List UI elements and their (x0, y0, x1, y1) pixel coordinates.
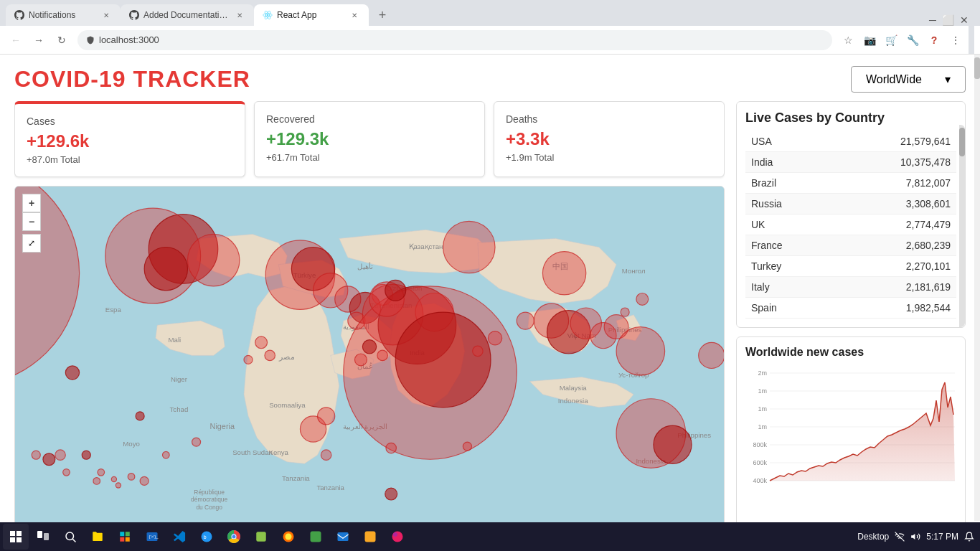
deaths-total: +1.9m Total (506, 152, 712, 163)
svg-rect-138 (365, 532, 376, 542)
deaths-label: Deaths (506, 113, 712, 125)
svg-text:Tanzania: Tanzania (282, 474, 310, 482)
address-bar[interactable]: localhost:3000 (77, 30, 832, 50)
reload-button[interactable]: ↻ (52, 30, 72, 50)
worldwide-dropdown[interactable]: WorldWide ▾ (851, 66, 966, 93)
minimize-button[interactable]: ─ (929, 14, 936, 26)
svg-point-71 (116, 483, 121, 488)
start-button[interactable] (3, 524, 29, 550)
notification-icon[interactable] (964, 532, 974, 542)
menu-button[interactable]: ⋮ (946, 30, 966, 50)
task-view-button[interactable] (30, 524, 56, 550)
svg-point-63 (654, 425, 692, 463)
forward-button[interactable]: → (29, 30, 49, 50)
map-svg: مصر Türkiye India 中国 Việt Nam Philippine… (15, 187, 724, 550)
cart-button[interactable]: 🛒 (881, 30, 901, 50)
country-list[interactable]: USA 21,579,641 India 10,375,478 Brazil 7… (745, 131, 956, 319)
cases-value: +129.6k (27, 131, 233, 151)
tab2-label: Added Documentation by musa... (143, 10, 230, 20)
svg-rect-122 (120, 532, 124, 536)
tab-github-docs[interactable]: Added Documentation by musa... ✕ (121, 4, 254, 26)
svg-point-84 (488, 331, 501, 345)
page-scrollbar-thumb (974, 57, 980, 79)
fullscreen-button[interactable]: ⤢ (22, 234, 41, 253)
taskbar-store[interactable] (112, 524, 138, 550)
taskbar-mail[interactable] (330, 524, 356, 550)
zoom-in-button[interactable]: + (22, 194, 41, 212)
svg-point-65 (318, 408, 335, 425)
bookmark-button[interactable]: ☆ (838, 30, 858, 50)
svg-point-80 (699, 342, 724, 368)
svg-text:South Sudan: South Sudan (232, 448, 273, 456)
svg-point-73 (192, 438, 201, 446)
svg-point-139 (392, 532, 403, 542)
svg-rect-117 (17, 537, 22, 542)
svg-point-135 (286, 534, 292, 540)
svg-rect-115 (17, 531, 22, 536)
taskbar-files[interactable] (85, 524, 110, 550)
country-cases: 7,812,007 (906, 177, 951, 189)
map-container[interactable]: مصر Türkiye India 中国 Việt Nam Philippine… (14, 186, 725, 551)
back-button[interactable]: ← (6, 30, 26, 50)
svg-point-72 (162, 451, 169, 458)
taskbar-colorful[interactable] (385, 524, 410, 550)
taskbar-vscode[interactable] (166, 524, 192, 550)
svg-point-93 (128, 474, 135, 481)
close-window-button[interactable]: ✕ (960, 14, 969, 26)
profile-button[interactable]: ? (924, 30, 944, 50)
maximize-button[interactable]: ⬜ (942, 14, 954, 26)
svg-point-55 (542, 252, 585, 295)
tab-react-app[interactable]: React App ✕ (254, 4, 369, 26)
main-layout: Cases +129.6k +87.0m Total Recovered +12… (14, 101, 966, 551)
tab1-label: Notifications (29, 10, 75, 20)
svg-rect-133 (256, 532, 266, 542)
svg-text:مصر: مصر (278, 352, 295, 362)
svg-text:Mali: Mali (169, 336, 182, 344)
svg-point-53 (395, 312, 491, 408)
taskbar-misc1[interactable] (248, 524, 274, 550)
country-row: USA 21,579,641 (745, 131, 956, 152)
svg-point-88 (43, 453, 55, 466)
svg-point-68 (136, 412, 144, 420)
taskbar-search[interactable] (57, 524, 83, 550)
country-row: Spain 1,982,544 (745, 298, 956, 319)
country-cases: 2,680,239 (906, 240, 951, 251)
taskbar-blue[interactable]: b (194, 524, 220, 550)
chart-title: Worldwide new cases (745, 346, 956, 359)
zoom-out-button[interactable]: − (22, 212, 41, 231)
time-display: 5:17 PM (926, 532, 958, 542)
tab1-close[interactable]: ✕ (100, 9, 112, 21)
new-tab-button[interactable]: + (372, 4, 393, 26)
svg-rect-136 (311, 532, 321, 542)
tab2-close[interactable]: ✕ (234, 9, 245, 21)
taskbar-firefox[interactable] (275, 524, 301, 550)
tab3-close[interactable]: ✕ (349, 9, 360, 21)
svg-text:Nigeria: Nigeria (210, 422, 235, 430)
cases-label: Cases (27, 116, 233, 127)
nav-bar: ← → ↻ localhost:3000 ☆ 📷 🛒 🔧 ? ⋮ (0, 26, 980, 55)
deaths-card: Deaths +3.3k +1.9m Total (494, 101, 725, 177)
svg-point-77 (377, 350, 387, 360)
tab-github-notifications[interactable]: Notifications ✕ (6, 4, 121, 26)
taskbar-chrome[interactable] (221, 524, 247, 550)
address-text: localhost:3000 (99, 34, 159, 45)
svg-text:600k: 600k (753, 459, 767, 466)
taskbar-yellow[interactable] (357, 524, 383, 550)
svg-point-79 (517, 312, 534, 329)
svg-point-83 (621, 308, 629, 316)
screenshot-button[interactable]: 📷 (859, 30, 880, 50)
extensions-button[interactable]: 🔧 (903, 30, 923, 50)
svg-point-61 (616, 327, 665, 376)
svg-text:Қазақстан: Қазақстан (409, 242, 443, 250)
taskbar-green[interactable] (303, 524, 329, 550)
country-name: Brazil (751, 177, 776, 189)
country-row: Brazil 7,812,007 (745, 173, 956, 194)
svg-text:Монгол: Монгол (622, 267, 646, 275)
tab3-label: React App (277, 10, 316, 20)
svg-rect-125 (126, 537, 130, 542)
cases-total: +87.0m Total (27, 154, 233, 165)
svg-point-98 (386, 443, 396, 453)
svg-point-128 (202, 532, 212, 542)
country-cases: 21,579,641 (900, 136, 951, 147)
taskbar-terminal[interactable]: {'>'}_ (139, 524, 165, 550)
